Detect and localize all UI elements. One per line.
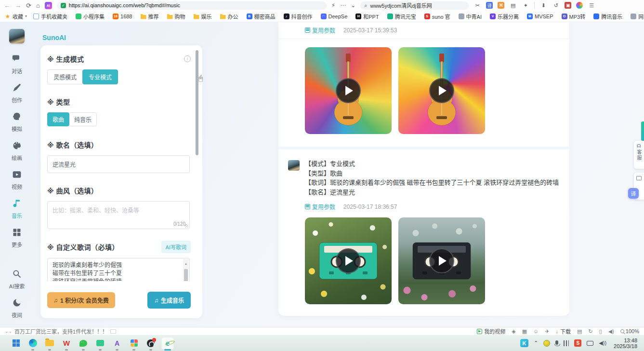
back-icon[interactable]: ←	[4, 2, 10, 9]
album-art[interactable]	[398, 217, 485, 304]
sidebar-item[interactable]: 更多	[12, 228, 22, 248]
my-videos-button[interactable]: ▶ 我的视频	[477, 327, 505, 335]
tray-volume-icon[interactable]: ◀))	[599, 340, 606, 346]
album-art[interactable]	[305, 217, 392, 304]
lyrics-scrollbar[interactable]: ▲	[183, 259, 189, 281]
taskbar-explorer-icon[interactable]	[43, 337, 56, 350]
history-undo-icon[interactable]: ↺	[552, 1, 560, 9]
taskbar-clock[interactable]: 13:48 2025/3/18	[614, 338, 637, 349]
sidebar-bottom-item[interactable]: 夜间	[12, 298, 22, 319]
album-art[interactable]	[398, 47, 485, 134]
tray-sogou-icon[interactable]: S	[574, 339, 581, 347]
user-avatar[interactable]	[9, 29, 25, 43]
scissors-icon[interactable]: ✂	[473, 1, 481, 9]
boost-icon[interactable]: ✈	[545, 328, 549, 335]
workspace-icon[interactable]: ▣	[565, 2, 571, 9]
printer-icon[interactable]: ▤	[577, 328, 582, 335]
forward-icon[interactable]: →	[15, 2, 21, 9]
sidebar-item[interactable]: 创作	[12, 83, 22, 104]
taskbar-wechat-icon[interactable]	[77, 337, 90, 350]
sidebar-item[interactable]: 视频	[12, 170, 22, 190]
browser-search-box[interactable]: ⌕ www5ydjcom清风dj音乐网	[360, 1, 469, 10]
credit-cost-button[interactable]: ♫ 1 积分/次 会员免费	[47, 292, 115, 308]
form-scrollbar[interactable]	[196, 50, 198, 315]
ai-assistant-icon[interactable]: AI	[45, 2, 52, 9]
bookmark-item[interactable]: 腾讯音乐	[593, 13, 624, 20]
tray-microphone-icon[interactable]	[555, 340, 558, 345]
ai-write-lyrics-button[interactable]: AI写歌词	[161, 241, 191, 253]
refresh-icon[interactable]: ⟳	[26, 2, 31, 9]
downloads-icon[interactable]: ⬇	[539, 1, 547, 9]
tray-coin-icon[interactable]	[543, 340, 550, 347]
emoji-icon[interactable]: ☺	[533, 328, 539, 334]
customer-service-tab[interactable]: ☊ 客服	[634, 141, 644, 169]
sidebar-item[interactable]: 模拟	[12, 112, 22, 133]
mode-professional-button[interactable]: 专业模式	[82, 69, 118, 84]
bookmark-item[interactable]: S suno 官	[424, 13, 452, 20]
sidebar-bottom-item[interactable]: AI搜索	[9, 269, 25, 290]
type-instrumental-button[interactable]: 纯音乐	[69, 112, 97, 126]
bookmark-item[interactable]: ♪ 抖音创作	[284, 13, 315, 20]
bolt-icon[interactable]: ⚡	[331, 2, 335, 9]
album-art[interactable]	[305, 47, 392, 134]
more-dots-icon[interactable]: ⋯	[340, 2, 346, 9]
bookmark-item[interactable]: 推荐	[141, 13, 161, 20]
bookmark-item[interactable]: 腾讯元宝	[387, 13, 418, 20]
mobile-view-icon[interactable]: ▯	[599, 328, 602, 335]
home-icon[interactable]: ⌂	[36, 2, 40, 9]
bookmark-item[interactable]: B 棚密商品	[247, 13, 277, 20]
tray-network-icon[interactable]	[587, 341, 593, 346]
address-bar[interactable]: ✓ https://ai.qianshouaigc.com/web/?qbmd#…	[57, 1, 327, 10]
zoom-control[interactable]: 100%	[620, 328, 639, 334]
translate-ext-icon[interactable]: 译	[486, 2, 493, 9]
bookmark-item[interactable]: 小程序集	[76, 13, 106, 20]
tray-k-app-icon[interactable]: K	[520, 339, 528, 347]
profile-avatar-icon[interactable]	[576, 2, 583, 9]
edge-feedback-strip[interactable]	[641, 122, 644, 141]
tray-mixer-icon[interactable]	[564, 340, 569, 346]
play-button[interactable]	[336, 78, 361, 103]
play-button[interactable]	[429, 78, 454, 103]
reader-icon[interactable]: ▤	[509, 1, 517, 9]
start-button[interactable]	[10, 337, 22, 350]
reuse-params-link[interactable]: 复用参数	[305, 202, 335, 211]
menu-hamburger-icon[interactable]: ☰	[588, 1, 595, 9]
mute-icon[interactable]: ◀)	[608, 328, 614, 335]
bookmark-item[interactable]: 16 1688	[113, 14, 134, 19]
reuse-params-link[interactable]: 复用参数	[305, 26, 335, 34]
song-name-input[interactable]: 逆流星光	[47, 155, 190, 173]
sidebar-item[interactable]: 音乐	[12, 199, 22, 219]
tray-expand-icon[interactable]: ⌃	[534, 340, 538, 346]
bookmark-item[interactable]: ◠ DeepSe	[321, 14, 350, 19]
taskbar-app-a-icon[interactable]: A	[111, 337, 123, 350]
bookmark-item[interactable]: 网易音乐	[631, 13, 644, 20]
bookmark-item[interactable]: O MP3转	[562, 13, 588, 20]
bookmark-item[interactable]: 购物	[167, 13, 187, 20]
dropdown-chevron-icon[interactable]: ⌄	[351, 2, 355, 9]
download-button[interactable]: ↓ 下载	[556, 327, 571, 335]
translate-tab[interactable]: 译	[634, 173, 644, 200]
bookmark-item[interactable]: 手机收藏夹	[33, 13, 69, 20]
type-song-button[interactable]: 歌曲	[47, 112, 69, 126]
taskbar-obs-icon[interactable]	[145, 337, 157, 350]
info-icon[interactable]: i	[184, 55, 191, 62]
bookmark-item[interactable]: 办公	[220, 13, 240, 20]
sidebar-item[interactable]: 绘画	[12, 141, 22, 162]
bookmark-item[interactable]: ★ 收藏 ▾	[5, 13, 27, 20]
translate-badge[interactable]: 译	[628, 188, 639, 199]
sidebar-item[interactable]: 对话	[12, 54, 22, 75]
mode-inspiration-button[interactable]: 灵感模式	[47, 69, 83, 84]
taskbar-wps-icon[interactable]: W	[60, 337, 73, 350]
refresh-page-icon[interactable]: ↻	[588, 328, 592, 335]
extension-orange-icon[interactable]: ⌘	[498, 2, 504, 9]
bookmark-item[interactable]: 中青AI	[459, 13, 484, 20]
generate-music-button[interactable]: ♫ 生成音乐	[147, 292, 191, 309]
shield-icon[interactable]: ◈	[512, 328, 515, 335]
bookmark-item[interactable]: 娱乐	[194, 13, 214, 20]
taskbar-ie-active-icon[interactable]: e	[161, 337, 174, 350]
extensions-puzzle-icon[interactable]: ✦	[522, 1, 529, 9]
style-textarea[interactable]: 比如：摇滚、柔和、轻快、沧桑等 0/120	[47, 201, 190, 229]
play-button[interactable]	[429, 248, 454, 273]
taskbar-meeting-icon[interactable]	[94, 337, 106, 350]
bookmark-item[interactable]: H 和PPT	[355, 13, 381, 20]
